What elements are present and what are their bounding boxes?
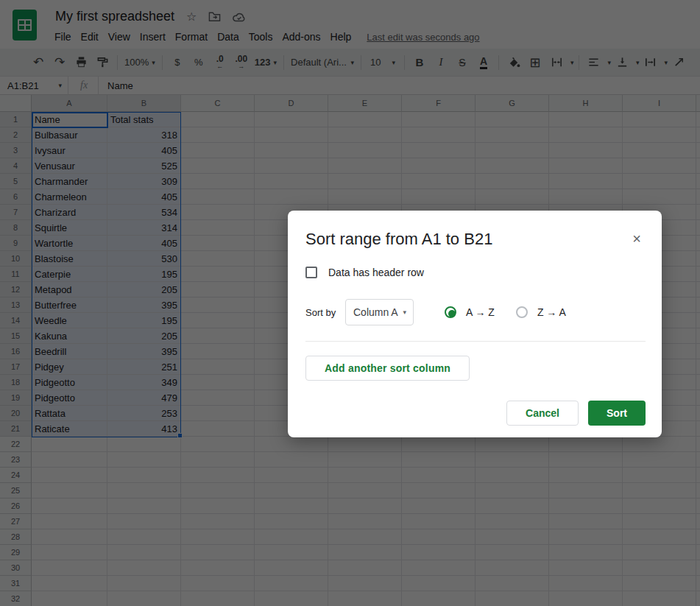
close-icon[interactable]: ×: [628, 230, 646, 247]
radio-descending-icon: [516, 306, 528, 318]
radio-option-descending[interactable]: Z → A: [516, 306, 566, 318]
sort-button[interactable]: Sort: [588, 401, 646, 426]
cancel-button[interactable]: Cancel: [506, 401, 579, 426]
header-row-checkbox-label[interactable]: Data has header row: [328, 267, 424, 278]
select-caret-icon: ▾: [403, 309, 406, 316]
google-sheets-app: My first spreadsheet ☆ FileEditViewInser…: [0, 0, 700, 606]
sort-range-dialog: Sort range from A1 to B21 × Data has hea…: [288, 211, 662, 437]
dialog-divider: [305, 341, 646, 342]
dialog-title: Sort range from A1 to B21: [305, 230, 492, 249]
sort-by-label: Sort by: [305, 307, 345, 318]
header-row-checkbox[interactable]: [305, 267, 317, 278]
sort-column-select[interactable]: Column A ▾: [345, 299, 414, 325]
add-sort-column-button[interactable]: Add another sort column: [305, 356, 470, 381]
radio-option-ascending[interactable]: A → Z: [445, 306, 495, 318]
radio-ascending-icon: [445, 306, 456, 318]
